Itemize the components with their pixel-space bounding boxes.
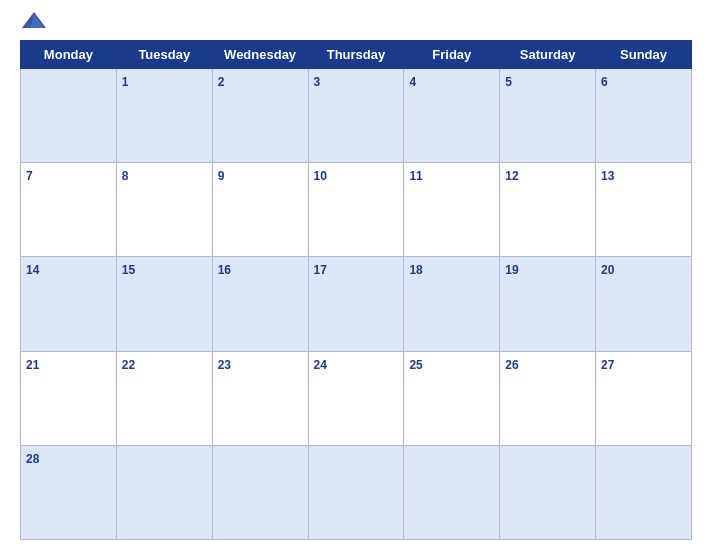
weekday-friday: Friday bbox=[404, 41, 500, 69]
calendar-cell: 12 bbox=[500, 163, 596, 257]
week-row-1: 123456 bbox=[21, 69, 692, 163]
week-row-3: 14151617181920 bbox=[21, 257, 692, 351]
calendar-cell: 14 bbox=[21, 257, 117, 351]
weekday-saturday: Saturday bbox=[500, 41, 596, 69]
weekday-sunday: Sunday bbox=[596, 41, 692, 69]
calendar-table: MondayTuesdayWednesdayThursdayFridaySatu… bbox=[20, 40, 692, 540]
day-number: 16 bbox=[218, 263, 231, 277]
day-number: 17 bbox=[314, 263, 327, 277]
day-number: 9 bbox=[218, 169, 225, 183]
calendar-cell bbox=[116, 445, 212, 539]
day-number: 18 bbox=[409, 263, 422, 277]
calendar-cell: 24 bbox=[308, 351, 404, 445]
calendar-cell: 11 bbox=[404, 163, 500, 257]
calendar-cell: 21 bbox=[21, 351, 117, 445]
day-number: 19 bbox=[505, 263, 518, 277]
weekday-wednesday: Wednesday bbox=[212, 41, 308, 69]
calendar-cell: 8 bbox=[116, 163, 212, 257]
weekday-monday: Monday bbox=[21, 41, 117, 69]
day-number: 15 bbox=[122, 263, 135, 277]
day-number: 2 bbox=[218, 75, 225, 89]
calendar-cell: 17 bbox=[308, 257, 404, 351]
day-number: 22 bbox=[122, 358, 135, 372]
day-number: 6 bbox=[601, 75, 608, 89]
week-row-2: 78910111213 bbox=[21, 163, 692, 257]
day-number: 4 bbox=[409, 75, 416, 89]
calendar-cell: 13 bbox=[596, 163, 692, 257]
calendar-cell: 1 bbox=[116, 69, 212, 163]
day-number: 24 bbox=[314, 358, 327, 372]
calendar-cell bbox=[212, 445, 308, 539]
logo-bird-icon bbox=[20, 10, 48, 32]
day-number: 10 bbox=[314, 169, 327, 183]
calendar-cell: 4 bbox=[404, 69, 500, 163]
calendar-cell: 15 bbox=[116, 257, 212, 351]
day-number: 1 bbox=[122, 75, 129, 89]
calendar-cell: 20 bbox=[596, 257, 692, 351]
calendar-cell: 18 bbox=[404, 257, 500, 351]
week-row-4: 21222324252627 bbox=[21, 351, 692, 445]
calendar-header bbox=[20, 10, 692, 32]
calendar-cell: 28 bbox=[21, 445, 117, 539]
day-number: 8 bbox=[122, 169, 129, 183]
weekday-header-row: MondayTuesdayWednesdayThursdayFridaySatu… bbox=[21, 41, 692, 69]
calendar-cell: 25 bbox=[404, 351, 500, 445]
calendar-cell: 2 bbox=[212, 69, 308, 163]
day-number: 12 bbox=[505, 169, 518, 183]
calendar-cell: 10 bbox=[308, 163, 404, 257]
day-number: 26 bbox=[505, 358, 518, 372]
day-number: 13 bbox=[601, 169, 614, 183]
calendar-cell: 16 bbox=[212, 257, 308, 351]
day-number: 20 bbox=[601, 263, 614, 277]
calendar-cell: 6 bbox=[596, 69, 692, 163]
calendar-cell bbox=[308, 445, 404, 539]
calendar-cell: 3 bbox=[308, 69, 404, 163]
weekday-thursday: Thursday bbox=[308, 41, 404, 69]
calendar-cell bbox=[596, 445, 692, 539]
calendar-cell bbox=[404, 445, 500, 539]
day-number: 7 bbox=[26, 169, 33, 183]
day-number: 11 bbox=[409, 169, 422, 183]
calendar-cell: 7 bbox=[21, 163, 117, 257]
calendar-cell: 9 bbox=[212, 163, 308, 257]
day-number: 27 bbox=[601, 358, 614, 372]
calendar-cell: 5 bbox=[500, 69, 596, 163]
calendar-cell: 26 bbox=[500, 351, 596, 445]
day-number: 5 bbox=[505, 75, 512, 89]
calendar-cell: 23 bbox=[212, 351, 308, 445]
calendar-cell bbox=[500, 445, 596, 539]
weekday-tuesday: Tuesday bbox=[116, 41, 212, 69]
week-row-5: 28 bbox=[21, 445, 692, 539]
day-number: 3 bbox=[314, 75, 321, 89]
logo bbox=[20, 10, 52, 32]
calendar-cell: 22 bbox=[116, 351, 212, 445]
day-number: 28 bbox=[26, 452, 39, 466]
day-number: 23 bbox=[218, 358, 231, 372]
calendar-cell: 19 bbox=[500, 257, 596, 351]
day-number: 21 bbox=[26, 358, 39, 372]
day-number: 25 bbox=[409, 358, 422, 372]
day-number: 14 bbox=[26, 263, 39, 277]
calendar-cell bbox=[21, 69, 117, 163]
calendar-cell: 27 bbox=[596, 351, 692, 445]
